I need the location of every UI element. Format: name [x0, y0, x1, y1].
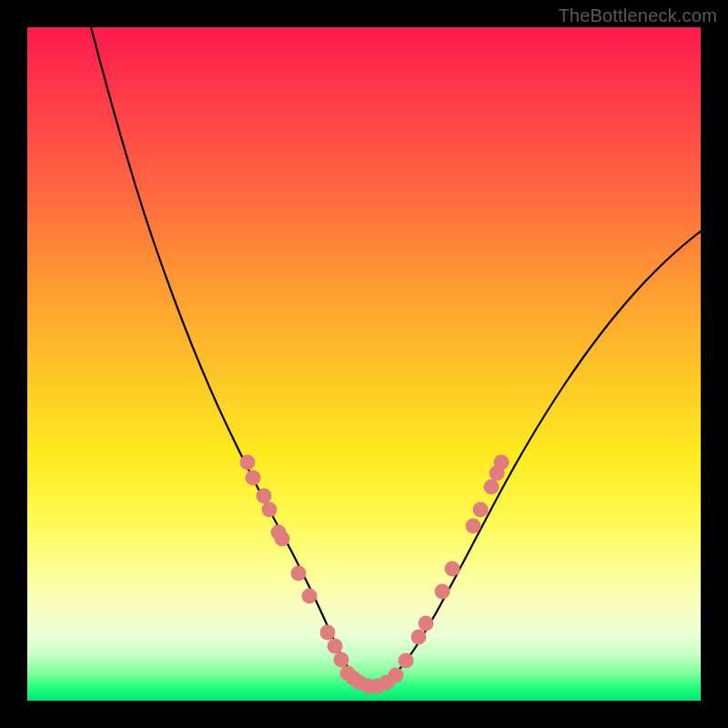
curve-dot [445, 561, 460, 577]
curve-dot [435, 584, 450, 600]
curve-dot [328, 639, 343, 654]
curve-dot [334, 652, 349, 668]
bottleneck-curve [91, 27, 701, 688]
curve-dot [275, 531, 290, 547]
curve-dot [262, 502, 278, 518]
curve-dot [411, 630, 427, 645]
curve-dot [466, 519, 481, 534]
plot-area [27, 27, 701, 701]
curve-dot [246, 470, 261, 486]
curve-dot [473, 502, 489, 518]
curve-dot [240, 455, 256, 470]
chart-frame: TheBottleneck.com [0, 0, 728, 728]
chart-overlay [27, 27, 701, 701]
curve-dot [399, 653, 414, 669]
curve-dots-group [240, 455, 510, 694]
curve-dot [291, 566, 307, 581]
curve-dot [484, 480, 500, 495]
curve-dot [389, 668, 404, 683]
curve-dot [419, 616, 434, 632]
curve-dot [257, 489, 272, 504]
curve-dot [320, 625, 336, 641]
curve-dot [494, 455, 510, 470]
curve-dot [302, 589, 318, 604]
watermark-text: TheBottleneck.com [558, 5, 717, 26]
